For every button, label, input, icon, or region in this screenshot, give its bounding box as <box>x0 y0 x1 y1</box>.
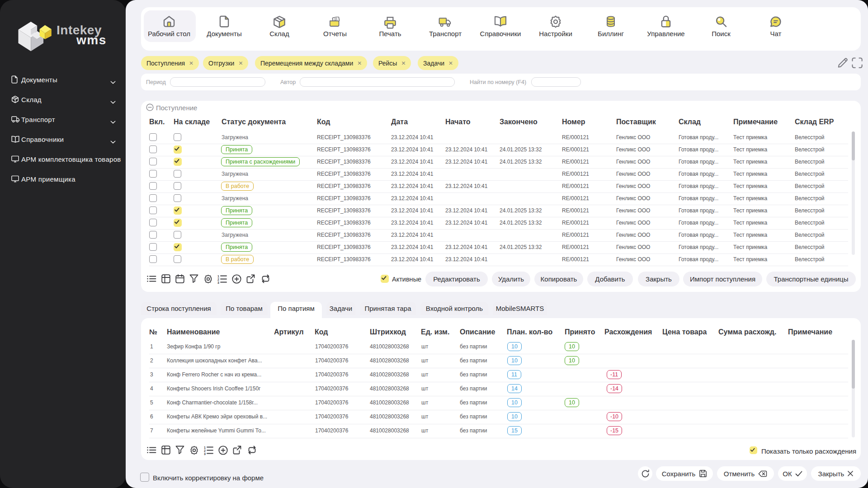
svg-text:1: 1 <box>204 446 206 449</box>
svg-text:3: 3 <box>204 452 206 455</box>
svg-text:1: 1 <box>217 275 219 278</box>
svg-text:2: 2 <box>204 449 206 452</box>
svg-text:3: 3 <box>217 281 219 284</box>
svg-text:2: 2 <box>217 278 219 281</box>
